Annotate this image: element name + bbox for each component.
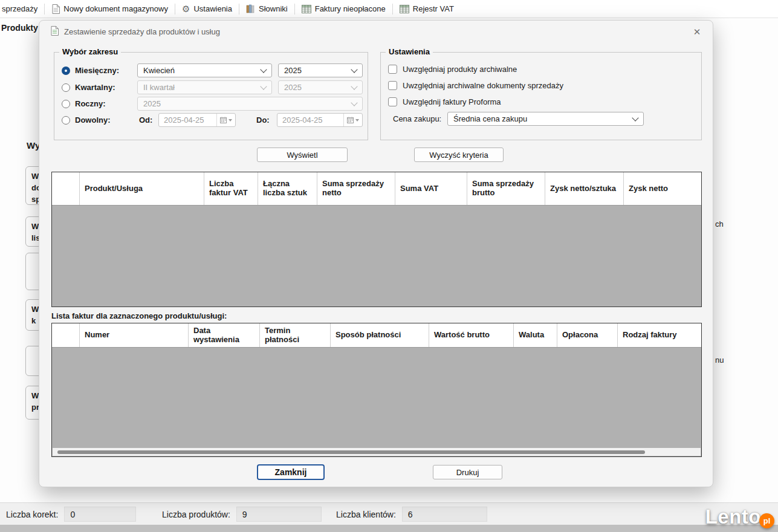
chevron-down-icon — [351, 83, 357, 89]
products-table-header: Produkt/Usługa Liczba faktur VAT Łączna … — [52, 172, 701, 206]
products-count-value: 9 — [236, 507, 322, 522]
checkbox-label: Uwzględnij faktury Proforma — [403, 97, 501, 106]
close-icon[interactable]: ✕ — [690, 25, 704, 39]
calendar-icon — [216, 114, 235, 126]
purchase-price-select-value: Średnia cena zakupu — [453, 114, 527, 123]
archival-products-checkbox[interactable] — [388, 65, 397, 74]
background-products-label: Produkty — [1, 23, 38, 33]
sales-summary-dialog: Zestawienie sprzedaży dla produktów i us… — [39, 20, 713, 487]
from-date-value: 2025-04-25 — [164, 115, 204, 125]
lento-logo-text: Lento — [705, 505, 761, 528]
toolbar-item-new-warehouse-document[interactable]: Nowy dokument magazynowy — [45, 0, 175, 18]
dropdown-arrow-icon — [229, 119, 232, 122]
dialog-title: Zestawienie sprzedaży dla produktów i us… — [64, 27, 220, 36]
table-icon — [400, 5, 409, 13]
quarter-select: II kwartał — [137, 80, 272, 94]
column-header[interactable]: Waluta — [514, 323, 557, 347]
top-toolbar: sprzedaży Nowy dokument magazynowy ⚙ Ust… — [0, 0, 778, 18]
background-heading-fragment: Wy — [27, 140, 40, 151]
column-header[interactable]: Produkt/Usługa — [80, 172, 204, 205]
close-dialog-button[interactable]: Zamknij — [257, 464, 325, 480]
proforma-invoices-checkbox[interactable] — [388, 97, 397, 106]
quarter-select-value: II kwartał — [143, 83, 175, 92]
chevron-down-icon — [632, 114, 638, 121]
proforma-invoices-checkbox-row: Uwzględnij faktury Proforma — [388, 95, 501, 108]
monthly-radio[interactable] — [62, 66, 70, 75]
quarter-year-select: 2025 — [278, 80, 363, 94]
toolbar-item-dictionaries[interactable]: Słowniki — [239, 0, 294, 18]
quarter-year-select-value: 2025 — [284, 83, 302, 92]
background-text-fragment: ch — [715, 219, 724, 229]
background-text-fragment: nu — [715, 355, 724, 365]
dialog-titlebar[interactable]: Zestawienie sprzedaży dla produktów i us… — [39, 21, 713, 42]
column-header — [52, 172, 80, 205]
invoices-table: Numer Data wystawienia Termin płatności … — [51, 323, 702, 457]
toolbar-item-vat-register[interactable]: Rejestr VAT — [393, 0, 461, 18]
yearly-radio[interactable] — [62, 100, 70, 108]
toolbar-item-label: Nowy dokument magazynowy — [63, 4, 168, 13]
products-count-label: Liczba produktów: — [162, 510, 230, 519]
to-label: Do: — [256, 115, 270, 125]
column-header[interactable]: Numer — [80, 323, 189, 347]
status-bar: Liczba korekt: 0 Liczba produktów: 9 Lic… — [0, 502, 778, 525]
monthly-radio-label: Miesięczny: — [75, 66, 119, 75]
column-header[interactable]: Termin płatności — [260, 323, 331, 347]
toolbar-item-settings[interactable]: ⚙ Ustawienia — [175, 0, 239, 18]
custom-radio[interactable] — [62, 116, 70, 125]
purchase-price-select[interactable]: Średnia cena zakupu — [447, 112, 644, 126]
gear-icon: ⚙ — [182, 4, 190, 13]
books-icon — [246, 4, 255, 13]
settings-legend: Ustawienia — [386, 47, 433, 56]
toolbar-item-label: Ustawienia — [193, 4, 232, 13]
toolbar-item-sprzedazy[interactable]: sprzedaży — [0, 0, 44, 18]
quarterly-radio[interactable] — [62, 83, 70, 92]
purchase-price-label: Cena zakupu: — [393, 114, 441, 123]
range-legend: Wybór zakresu — [59, 47, 121, 56]
yearly-radio-row: Roczny: — [62, 97, 106, 111]
table-icon — [302, 5, 311, 13]
corrections-count-label: Liczba korekt: — [6, 510, 58, 519]
yearly-radio-label: Roczny: — [75, 99, 106, 108]
checkbox-label: Uwzględniaj produkty archiwalne — [403, 65, 517, 74]
column-header[interactable]: Łączna liczba sztuk — [258, 172, 317, 205]
archival-documents-checkbox[interactable] — [388, 81, 397, 90]
show-button[interactable]: Wyświetl — [257, 148, 348, 162]
column-header[interactable]: Suma sprzedaży netto — [317, 172, 395, 205]
toolbar-item-label: Faktury nieopłacone — [315, 4, 386, 13]
column-header[interactable]: Zysk netto/sztuka — [545, 172, 624, 205]
monthly-radio-row: Miesięczny: — [62, 63, 119, 77]
month-year-select-value: 2025 — [284, 66, 302, 75]
scrollbar-thumb[interactable] — [57, 450, 645, 454]
products-grid-body[interactable] — [52, 206, 701, 307]
column-header[interactable]: Wartość brutto — [429, 323, 514, 347]
chevron-down-icon — [351, 66, 357, 73]
calendar-icon — [343, 114, 362, 126]
column-header — [52, 323, 80, 347]
clear-criteria-button[interactable]: Wyczyść kryteria — [414, 148, 504, 162]
print-button[interactable]: Drukuj — [433, 465, 502, 479]
column-header[interactable]: Opłacona — [557, 323, 618, 347]
bottom-strip — [0, 525, 778, 532]
custom-radio-row: Dowolny: — [62, 113, 111, 127]
chevron-down-icon — [260, 66, 267, 73]
lento-watermark: Lento pl — [705, 505, 774, 528]
column-header[interactable]: Suma sprzedaży brutto — [467, 172, 545, 205]
column-header[interactable]: Liczba faktur VAT — [204, 172, 258, 205]
archival-products-checkbox-row: Uwzględniaj produkty archiwalne — [388, 62, 517, 76]
month-select[interactable]: Kwiecień — [137, 63, 272, 77]
toolbar-item-unpaid-invoices[interactable]: Faktury nieopłacone — [295, 0, 392, 18]
month-year-select[interactable]: 2025 — [278, 63, 363, 77]
column-header[interactable]: Zysk netto — [624, 172, 701, 205]
quarterly-radio-row: Kwartalny: — [62, 80, 115, 94]
column-header[interactable]: Rodzaj faktury — [618, 323, 701, 347]
month-select-value: Kwiecień — [143, 66, 175, 75]
horizontal-scrollbar[interactable] — [53, 448, 701, 456]
custom-radio-label: Dowolny: — [75, 115, 111, 125]
chevron-down-icon — [351, 99, 357, 106]
document-icon — [51, 4, 60, 14]
column-header[interactable]: Data wystawienia — [189, 323, 260, 347]
column-header[interactable]: Sposób płatności — [331, 323, 429, 347]
invoices-grid-body[interactable] — [52, 348, 701, 449]
column-header[interactable]: Suma VAT — [395, 172, 467, 205]
invoices-table-header: Numer Data wystawienia Termin płatności … — [52, 323, 701, 348]
